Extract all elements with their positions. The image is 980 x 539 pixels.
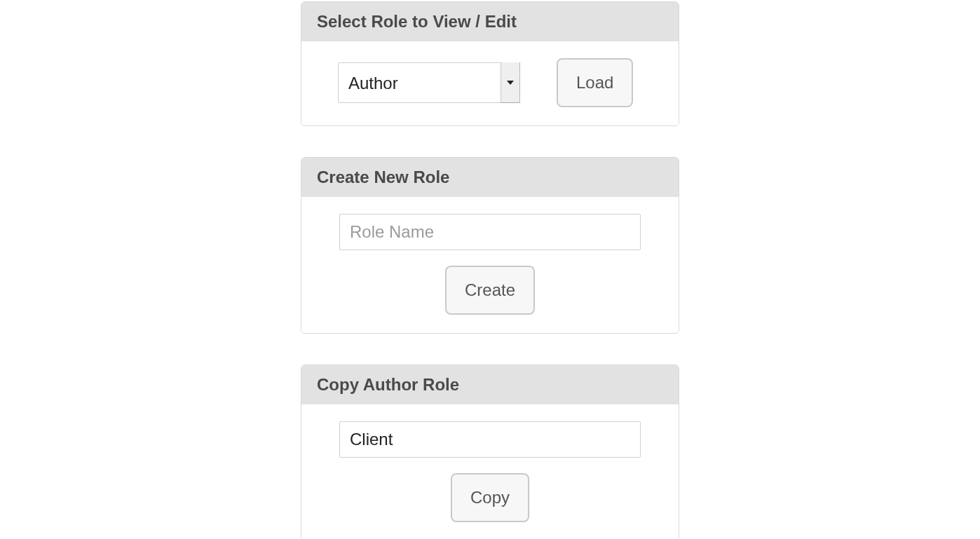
role-select-wrap: Author — [338, 62, 520, 103]
load-button[interactable]: Load — [557, 58, 633, 107]
role-name-input[interactable] — [339, 214, 641, 250]
copy-role-panel: Copy Author Role Copy — [301, 364, 679, 539]
create-button[interactable]: Create — [445, 266, 535, 315]
select-role-header: Select Role to View / Edit — [301, 2, 679, 41]
create-role-header: Create New Role — [301, 158, 679, 197]
copy-role-name-input[interactable] — [339, 421, 641, 458]
copy-button[interactable]: Copy — [451, 473, 529, 522]
select-role-panel: Select Role to View / Edit Author Load — [301, 1, 679, 126]
role-select[interactable]: Author — [338, 62, 520, 103]
create-role-panel: Create New Role Create — [301, 157, 679, 334]
copy-role-header: Copy Author Role — [301, 365, 679, 404]
